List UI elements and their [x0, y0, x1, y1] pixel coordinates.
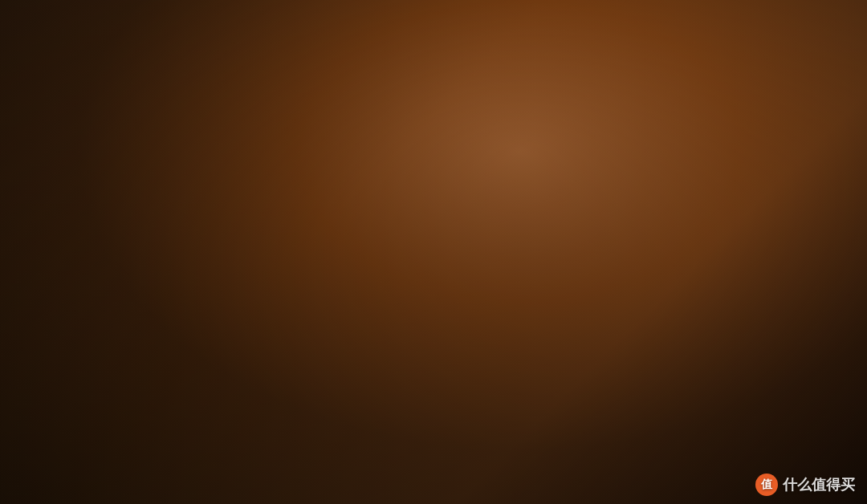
- app-grid: [32, 16, 835, 496]
- desktop: [0, 0, 867, 504]
- watermark: 值 什么值得买: [755, 474, 855, 496]
- watermark-dot: 值: [755, 474, 778, 496]
- watermark-text: 什么值得买: [783, 475, 855, 494]
